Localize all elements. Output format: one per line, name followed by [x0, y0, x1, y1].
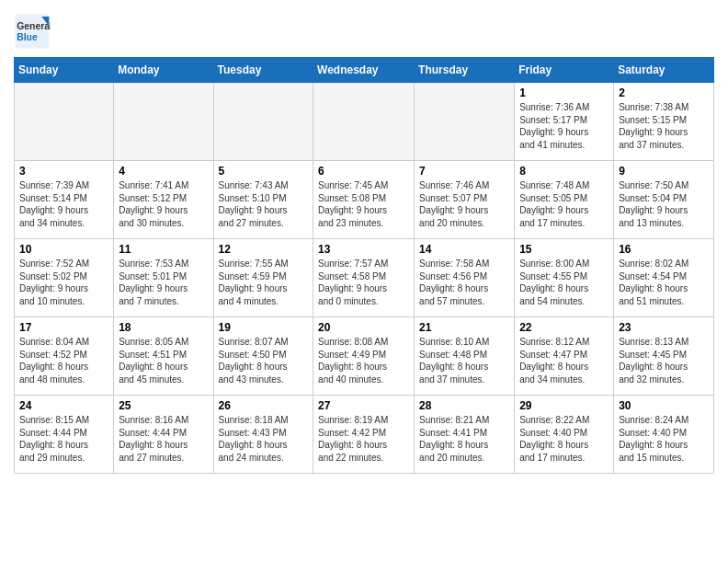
day-info: Sunrise: 8:13 AM Sunset: 4:45 PM Dayligh…	[619, 336, 709, 385]
header: GeneralBlue	[14, 9, 714, 50]
day-number: 25	[119, 399, 208, 412]
day-info: Sunrise: 8:18 AM Sunset: 4:43 PM Dayligh…	[219, 414, 309, 464]
day-number: 6	[318, 165, 409, 178]
column-header-tuesday: Tuesday	[213, 58, 313, 83]
day-number: 18	[119, 321, 208, 334]
day-info: Sunrise: 7:41 AM Sunset: 5:12 PM Dayligh…	[119, 179, 208, 229]
calendar-cell: 21Sunrise: 8:10 AM Sunset: 4:48 PM Dayli…	[415, 317, 515, 396]
day-number: 26	[219, 399, 309, 412]
calendar-cell: 26Sunrise: 8:18 AM Sunset: 4:43 PM Dayli…	[213, 396, 313, 474]
day-info: Sunrise: 8:10 AM Sunset: 4:48 PM Dayligh…	[419, 336, 509, 385]
day-info: Sunrise: 7:45 AM Sunset: 5:08 PM Dayligh…	[318, 179, 409, 229]
calendar-cell: 8Sunrise: 7:48 AM Sunset: 5:05 PM Daylig…	[515, 161, 614, 239]
calendar-cell: 3Sunrise: 7:39 AM Sunset: 5:14 PM Daylig…	[15, 161, 114, 239]
svg-text:Blue: Blue	[17, 32, 38, 42]
calendar-cell: 11Sunrise: 7:53 AM Sunset: 5:01 PM Dayli…	[114, 239, 213, 317]
calendar-cell: 16Sunrise: 8:02 AM Sunset: 4:54 PM Dayli…	[614, 239, 714, 317]
calendar-cell: 14Sunrise: 7:58 AM Sunset: 4:56 PM Dayli…	[415, 239, 515, 317]
calendar-cell	[15, 83, 114, 161]
day-info: Sunrise: 8:19 AM Sunset: 4:42 PM Dayligh…	[318, 414, 409, 464]
day-info: Sunrise: 7:38 AM Sunset: 5:15 PM Dayligh…	[619, 101, 709, 151]
day-info: Sunrise: 8:12 AM Sunset: 4:47 PM Dayligh…	[519, 336, 609, 385]
day-number: 27	[318, 399, 409, 412]
calendar-cell: 1Sunrise: 7:36 AM Sunset: 5:17 PM Daylig…	[515, 83, 614, 161]
day-info: Sunrise: 7:53 AM Sunset: 5:01 PM Dayligh…	[119, 258, 208, 307]
logo: GeneralBlue	[14, 13, 54, 50]
calendar-week-row: 3Sunrise: 7:39 AM Sunset: 5:14 PM Daylig…	[15, 161, 714, 239]
day-info: Sunrise: 7:58 AM Sunset: 4:56 PM Dayligh…	[419, 258, 509, 307]
day-number: 1	[519, 86, 609, 99]
calendar-week-row: 17Sunrise: 8:04 AM Sunset: 4:52 PM Dayli…	[15, 317, 714, 396]
calendar-cell: 28Sunrise: 8:21 AM Sunset: 4:41 PM Dayli…	[415, 396, 515, 474]
calendar-cell: 19Sunrise: 8:07 AM Sunset: 4:50 PM Dayli…	[213, 317, 313, 396]
day-number: 2	[619, 86, 709, 99]
calendar-cell	[213, 83, 313, 161]
day-number: 11	[119, 243, 208, 256]
column-header-wednesday: Wednesday	[313, 58, 415, 83]
day-info: Sunrise: 8:22 AM Sunset: 4:40 PM Dayligh…	[519, 414, 609, 464]
column-header-sunday: Sunday	[15, 58, 114, 83]
day-info: Sunrise: 7:52 AM Sunset: 5:02 PM Dayligh…	[19, 258, 108, 307]
day-number: 14	[419, 243, 509, 256]
day-number: 7	[419, 165, 509, 178]
day-number: 29	[519, 399, 609, 412]
column-header-saturday: Saturday	[614, 58, 714, 83]
day-info: Sunrise: 8:05 AM Sunset: 4:51 PM Dayligh…	[119, 336, 208, 385]
calendar-cell: 4Sunrise: 7:41 AM Sunset: 5:12 PM Daylig…	[114, 161, 213, 239]
day-info: Sunrise: 7:46 AM Sunset: 5:07 PM Dayligh…	[419, 179, 509, 229]
logo-icon: GeneralBlue	[14, 13, 51, 50]
svg-text:General: General	[17, 21, 51, 31]
calendar-week-row: 10Sunrise: 7:52 AM Sunset: 5:02 PM Dayli…	[15, 239, 714, 317]
calendar-cell: 30Sunrise: 8:24 AM Sunset: 4:40 PM Dayli…	[614, 396, 714, 474]
day-info: Sunrise: 8:02 AM Sunset: 4:54 PM Dayligh…	[619, 258, 709, 307]
calendar-cell: 10Sunrise: 7:52 AM Sunset: 5:02 PM Dayli…	[15, 239, 114, 317]
calendar-cell: 25Sunrise: 8:16 AM Sunset: 4:44 PM Dayli…	[114, 396, 213, 474]
day-info: Sunrise: 8:08 AM Sunset: 4:49 PM Dayligh…	[318, 336, 409, 385]
calendar-cell: 15Sunrise: 8:00 AM Sunset: 4:55 PM Dayli…	[515, 239, 614, 317]
calendar-week-row: 24Sunrise: 8:15 AM Sunset: 4:44 PM Dayli…	[15, 396, 714, 474]
day-number: 30	[619, 399, 709, 412]
calendar-cell: 29Sunrise: 8:22 AM Sunset: 4:40 PM Dayli…	[515, 396, 614, 474]
day-info: Sunrise: 7:48 AM Sunset: 5:05 PM Dayligh…	[519, 179, 609, 229]
calendar-cell	[114, 83, 213, 161]
day-number: 8	[519, 165, 609, 178]
day-number: 3	[19, 165, 108, 178]
day-info: Sunrise: 8:00 AM Sunset: 4:55 PM Dayligh…	[519, 258, 609, 307]
day-number: 22	[519, 321, 609, 334]
calendar-cell	[415, 83, 515, 161]
calendar-cell: 20Sunrise: 8:08 AM Sunset: 4:49 PM Dayli…	[313, 317, 415, 396]
calendar-cell: 5Sunrise: 7:43 AM Sunset: 5:10 PM Daylig…	[213, 161, 313, 239]
calendar-cell: 17Sunrise: 8:04 AM Sunset: 4:52 PM Dayli…	[15, 317, 114, 396]
day-info: Sunrise: 8:16 AM Sunset: 4:44 PM Dayligh…	[119, 414, 208, 464]
day-info: Sunrise: 7:57 AM Sunset: 4:58 PM Dayligh…	[318, 258, 409, 307]
calendar-cell: 2Sunrise: 7:38 AM Sunset: 5:15 PM Daylig…	[614, 83, 714, 161]
day-info: Sunrise: 7:36 AM Sunset: 5:17 PM Dayligh…	[519, 101, 609, 151]
calendar-cell: 18Sunrise: 8:05 AM Sunset: 4:51 PM Dayli…	[114, 317, 213, 396]
calendar-cell: 13Sunrise: 7:57 AM Sunset: 4:58 PM Dayli…	[313, 239, 415, 317]
day-number: 19	[219, 321, 309, 334]
day-number: 12	[219, 243, 309, 256]
day-info: Sunrise: 7:50 AM Sunset: 5:04 PM Dayligh…	[619, 179, 709, 229]
column-header-thursday: Thursday	[415, 58, 515, 83]
day-info: Sunrise: 8:07 AM Sunset: 4:50 PM Dayligh…	[219, 336, 309, 385]
day-number: 20	[318, 321, 409, 334]
day-number: 17	[19, 321, 108, 334]
calendar: SundayMondayTuesdayWednesdayThursdayFrid…	[14, 57, 714, 474]
day-info: Sunrise: 8:04 AM Sunset: 4:52 PM Dayligh…	[19, 336, 108, 385]
calendar-cell: 24Sunrise: 8:15 AM Sunset: 4:44 PM Dayli…	[15, 396, 114, 474]
day-info: Sunrise: 8:21 AM Sunset: 4:41 PM Dayligh…	[419, 414, 509, 464]
calendar-header-row: SundayMondayTuesdayWednesdayThursdayFrid…	[15, 58, 714, 83]
day-info: Sunrise: 8:24 AM Sunset: 4:40 PM Dayligh…	[619, 414, 709, 464]
calendar-cell: 12Sunrise: 7:55 AM Sunset: 4:59 PM Dayli…	[213, 239, 313, 317]
day-number: 15	[519, 243, 609, 256]
day-number: 24	[19, 399, 108, 412]
day-info: Sunrise: 7:39 AM Sunset: 5:14 PM Dayligh…	[19, 179, 108, 229]
calendar-cell: 7Sunrise: 7:46 AM Sunset: 5:07 PM Daylig…	[415, 161, 515, 239]
day-number: 28	[419, 399, 509, 412]
day-number: 21	[419, 321, 509, 334]
day-number: 9	[619, 165, 709, 178]
calendar-cell: 9Sunrise: 7:50 AM Sunset: 5:04 PM Daylig…	[614, 161, 714, 239]
column-header-friday: Friday	[515, 58, 614, 83]
day-info: Sunrise: 7:55 AM Sunset: 4:59 PM Dayligh…	[219, 258, 309, 307]
calendar-cell: 6Sunrise: 7:45 AM Sunset: 5:08 PM Daylig…	[313, 161, 415, 239]
